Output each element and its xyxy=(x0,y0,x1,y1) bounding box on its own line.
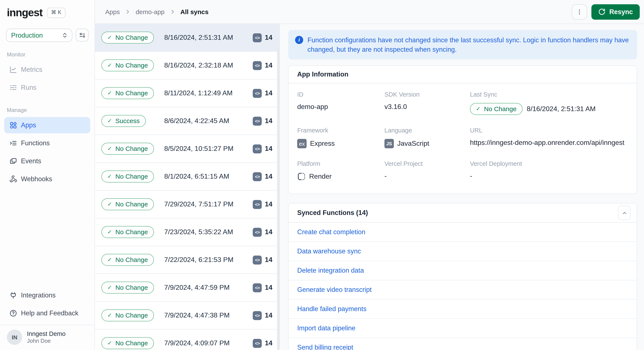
function-link[interactable]: Handle failed payments xyxy=(297,305,366,313)
code-icon: <> xyxy=(253,172,262,181)
sync-row[interactable]: ✓No Change 8/1/2024, 6:51:15 AM <>14 xyxy=(95,163,279,191)
environment-filter-button[interactable] xyxy=(76,29,88,41)
function-link[interactable]: Import data pipeline xyxy=(297,325,355,332)
sync-row[interactable]: ✓No Change 8/5/2024, 10:51:27 PM <>14 xyxy=(95,135,279,163)
topbar-actions: Resync xyxy=(572,4,640,19)
content: ✓No Change 8/16/2024, 2:51:31 AM <>14 ✓N… xyxy=(95,24,644,350)
field-language: Language JSJavaScript xyxy=(384,127,470,148)
code-icon: <> xyxy=(253,200,262,209)
sidebar: inngest ⌘ K Production Monitor xyxy=(0,0,95,350)
sidebar-item-integrations[interactable]: Integrations xyxy=(4,287,90,304)
sidebar-spacer xyxy=(0,189,94,287)
user-org-name: Inngest Demo xyxy=(27,330,66,338)
sync-row[interactable]: ✓No Change 7/9/2024, 4:47:38 PM <>14 xyxy=(95,302,279,330)
sync-timestamp: 8/1/2024, 6:51:15 AM xyxy=(164,173,253,180)
sync-timestamp: 7/9/2024, 4:47:59 PM xyxy=(164,284,253,292)
sync-row[interactable]: ✓No Change 8/11/2024, 1:12:49 AM <>14 xyxy=(95,79,279,107)
collapse-button[interactable] xyxy=(618,206,631,220)
code-icon: <> xyxy=(253,283,262,292)
function-link[interactable]: Delete integration data xyxy=(297,267,364,275)
sidebar-item-functions[interactable]: Functions xyxy=(4,135,90,151)
sidebar-item-label: Apps xyxy=(21,121,36,129)
sync-status-badge: ✓No Change xyxy=(101,59,154,71)
sync-status-badge: ✓Success xyxy=(101,115,146,127)
code-icon: <> xyxy=(253,228,262,237)
synced-functions-card: Synced Functions (14) Create chat comple… xyxy=(288,203,637,350)
sidebar-item-label: Events xyxy=(21,157,41,165)
environment-select[interactable]: Production xyxy=(6,29,72,42)
sync-function-count: 14 xyxy=(265,89,272,97)
breadcrumb: Apps demo-app All syncs xyxy=(105,8,208,15)
sidebar-item-events[interactable]: Events xyxy=(4,153,90,169)
resync-button[interactable]: Resync xyxy=(592,4,640,19)
sidebar-item-help-feedback[interactable]: Help and Feedback xyxy=(4,305,90,321)
app-information-header: App Information xyxy=(289,66,637,83)
sync-list-scrollbar[interactable] xyxy=(277,48,279,350)
sync-status-badge: ✓No Change xyxy=(101,309,154,321)
card-title: Synced Functions (14) xyxy=(297,209,368,217)
sync-row[interactable]: ✓No Change 7/9/2024, 4:09:07 PM <>14 xyxy=(95,330,279,350)
sync-timestamp: 7/23/2024, 5:35:22 AM xyxy=(164,228,253,236)
sidebar-item-label: Functions xyxy=(21,139,50,147)
sidebar-item-runs[interactable]: Runs xyxy=(4,79,90,96)
sync-status-badge: ✓No Change xyxy=(101,171,154,182)
info-banner-text: Function configurations have not changed… xyxy=(308,35,630,54)
app-information-card: App Information ID demo-app SDK Version … xyxy=(288,66,637,194)
sidebar-item-label: Metrics xyxy=(21,66,42,73)
breadcrumb-demo-app[interactable]: demo-app xyxy=(136,8,164,15)
sidebar-item-metrics[interactable]: Metrics xyxy=(4,61,90,78)
webhook-icon xyxy=(10,175,17,183)
info-icon: i xyxy=(295,36,303,44)
code-icon: <> xyxy=(253,255,262,264)
environment-row: Production xyxy=(0,29,94,42)
sync-timestamp: 8/6/2024, 4:22:45 AM xyxy=(164,117,253,125)
sync-timestamp: 8/16/2024, 2:51:31 AM xyxy=(164,34,253,41)
function-link[interactable]: Send billing receipt xyxy=(297,344,353,350)
sync-timestamp: 8/5/2024, 10:51:27 PM xyxy=(164,145,253,153)
app-information-body: ID demo-app SDK Version v3.16.0 Last Syn… xyxy=(289,83,637,194)
sync-row[interactable]: ✓No Change 8/16/2024, 2:32:18 AM <>14 xyxy=(95,52,279,79)
sync-function-count: 14 xyxy=(265,145,272,153)
sidebar-footer: Integrations Help and Feedback IN Innges… xyxy=(0,287,94,350)
inngest-logo: inngest xyxy=(7,6,42,19)
last-sync-timestamp: 8/16/2024, 2:51:31 AM xyxy=(527,105,596,113)
function-row: Handle failed payments xyxy=(289,300,637,319)
sync-row[interactable]: ✓No Change 7/29/2024, 7:51:17 PM <>14 xyxy=(95,191,279,218)
sidebar-item-apps[interactable]: Apps xyxy=(4,117,90,133)
command-k-shortcut[interactable]: ⌘ K xyxy=(47,7,66,18)
check-icon: ✓ xyxy=(107,284,112,291)
field-url: URL https://inngest-demo-app.onrender.co… xyxy=(470,127,628,148)
sidebar-item-label: Runs xyxy=(21,84,36,91)
sync-function-count: 14 xyxy=(265,339,272,347)
more-options-button[interactable] xyxy=(572,4,587,19)
sidebar-item-webhooks[interactable]: Webhooks xyxy=(4,171,90,187)
breadcrumb-apps[interactable]: Apps xyxy=(105,8,120,15)
function-link[interactable]: Create chat completion xyxy=(297,228,366,236)
sync-row[interactable]: ✓Success 8/6/2024, 4:22:45 AM <>14 xyxy=(95,107,279,135)
function-link[interactable]: Generate video transcript xyxy=(297,286,372,294)
chevron-right-icon xyxy=(125,9,130,14)
check-icon: ✓ xyxy=(107,201,112,207)
sync-status-badge: ✓No Change xyxy=(101,337,154,349)
logo-row: inngest ⌘ K xyxy=(0,0,94,19)
main-region: Apps demo-app All syncs xyxy=(95,0,644,350)
refresh-icon xyxy=(598,8,606,15)
sync-function-count: 14 xyxy=(265,173,272,180)
code-icon: <> xyxy=(253,61,262,70)
sync-row[interactable]: ✓No Change 8/16/2024, 2:51:31 AM <>14 xyxy=(95,24,279,52)
sync-function-count: 14 xyxy=(265,228,272,236)
sync-status-badge: ✓No Change xyxy=(101,282,154,294)
check-icon: ✓ xyxy=(107,90,112,96)
check-icon: ✓ xyxy=(476,106,481,112)
sync-status-badge: ✓No Change xyxy=(101,87,154,99)
sync-row[interactable]: ✓No Change 7/22/2024, 6:21:53 PM <>14 xyxy=(95,246,279,274)
function-link[interactable]: Data warehouse sync xyxy=(297,248,361,255)
sync-timestamp: 8/11/2024, 1:12:49 AM xyxy=(164,89,253,97)
sync-row[interactable]: ✓No Change 7/9/2024, 4:47:59 PM <>14 xyxy=(95,274,279,302)
code-icon: <> xyxy=(253,311,262,320)
sync-row[interactable]: ✓No Change 7/23/2024, 5:35:22 AM <>14 xyxy=(95,218,279,246)
chevron-up-icon xyxy=(622,210,627,216)
user-menu[interactable]: IN Inngest Demo John Doe xyxy=(0,325,94,350)
avatar: IN xyxy=(7,330,22,345)
section-header-monitor: Monitor xyxy=(0,51,94,58)
